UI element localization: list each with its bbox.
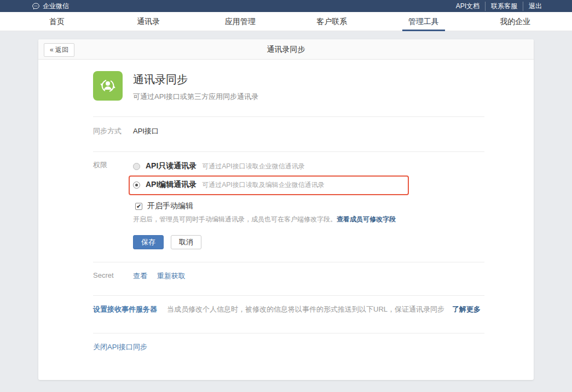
main-nav: 首页 通讯录 应用管理 客户联系 管理工具 我的企业 [0, 12, 572, 31]
manual-edit-desc: 开启后，管理员可同时手动编辑通讯录，成员也可在客户端修改字段。查看成员可修改字段 [133, 215, 409, 224]
card-header: « 返回 通讯录同步 [38, 39, 534, 60]
divider [93, 151, 484, 152]
nav-item-contacts[interactable]: 通讯录 [103, 12, 195, 31]
sync-method-row: 同步方式 API接口 [93, 117, 484, 142]
contact-sync-card: « 返回 通讯录同步 通讯录同步 可通过API接口或第三方应用同步通讯录 [38, 39, 534, 380]
radio-selected-icon[interactable] [133, 182, 140, 189]
sync-method-value: API接口 [133, 126, 159, 136]
back-button[interactable]: « 返回 [44, 43, 74, 57]
secret-view-link[interactable]: 查看 [133, 272, 147, 280]
app-subtitle: 可通过API接口或第三方应用同步通讯录 [133, 92, 258, 102]
secret-label: Secret [93, 271, 133, 281]
app-logo[interactable]: 企业微信 [32, 2, 69, 11]
manual-edit-row[interactable]: ✔ 开启手动编辑 [135, 201, 409, 212]
app-title: 通讯录同步 [133, 72, 258, 87]
topbar: 企业微信 API文档 联系客服 退出 [0, 0, 572, 12]
nav-item-home[interactable]: 首页 [11, 12, 103, 31]
nav-item-admin-tools[interactable]: 管理工具 [378, 12, 470, 31]
highlight-annotation: API编辑通讯录 可通过API接口读取及编辑企业微信通讯录 [129, 175, 409, 195]
nav-item-apps[interactable]: 应用管理 [194, 12, 286, 31]
permission-label: 权限 [93, 160, 133, 249]
page-title: 通讯录同步 [38, 39, 534, 59]
manual-edit-label[interactable]: 开启手动编辑 [147, 201, 193, 211]
radio-option-api-edit[interactable]: API编辑通讯录 可通过API接口读取及编辑企业微信通讯录 [133, 179, 402, 191]
chat-bubble-icon [32, 2, 40, 10]
nav-item-my-company[interactable]: 我的企业 [470, 12, 562, 31]
topbar-links: API文档 联系客服 退出 [456, 2, 542, 11]
callback-server-link[interactable]: 设置接收事件服务器 [93, 305, 157, 314]
sync-method-label: 同步方式 [93, 126, 133, 136]
cancel-button[interactable]: 取消 [171, 235, 201, 249]
permission-actions: 保存 取消 [133, 235, 409, 249]
radio-option-api-readonly[interactable]: API只读通讯录 可通过API接口读取企业微信通讯录 [133, 160, 409, 172]
editable-fields-link[interactable]: 查看成员可修改字段 [337, 215, 396, 223]
contact-support-link[interactable]: 联系客服 [485, 2, 517, 11]
close-api-sync-row: 关闭API接口同步 [93, 334, 484, 361]
callback-row: 设置接收事件服务器 当成员修改个人信息时，被修改的信息将以事件的形式推送到以下U… [93, 296, 484, 323]
close-api-sync-link[interactable]: 关闭API接口同步 [93, 343, 147, 351]
radio-unselected-icon[interactable] [133, 163, 140, 170]
nav-item-customers[interactable]: 客户联系 [286, 12, 378, 31]
secret-row: Secret 查看 重新获取 [93, 262, 484, 290]
manual-edit-checkbox[interactable]: ✔ [135, 203, 142, 210]
app-header: 通讯录同步 可通过API接口或第三方应用同步通讯录 [93, 71, 484, 101]
secret-refresh-link[interactable]: 重新获取 [157, 272, 186, 280]
permission-section: 权限 API只读通讯录 可通过API接口读取企业微信通讯录 API编辑通讯录 可… [93, 160, 484, 249]
contact-sync-icon [93, 71, 123, 101]
save-button[interactable]: 保存 [133, 235, 164, 249]
logout-link[interactable]: 退出 [523, 2, 542, 11]
callback-desc: 当成员修改个人信息时，被修改的信息将以事件的形式推送到以下URL，保证通讯录同步 [167, 305, 444, 314]
learn-more-link[interactable]: 了解更多 [452, 305, 481, 314]
logo-text: 企业微信 [43, 2, 69, 11]
api-docs-link[interactable]: API文档 [456, 2, 479, 11]
